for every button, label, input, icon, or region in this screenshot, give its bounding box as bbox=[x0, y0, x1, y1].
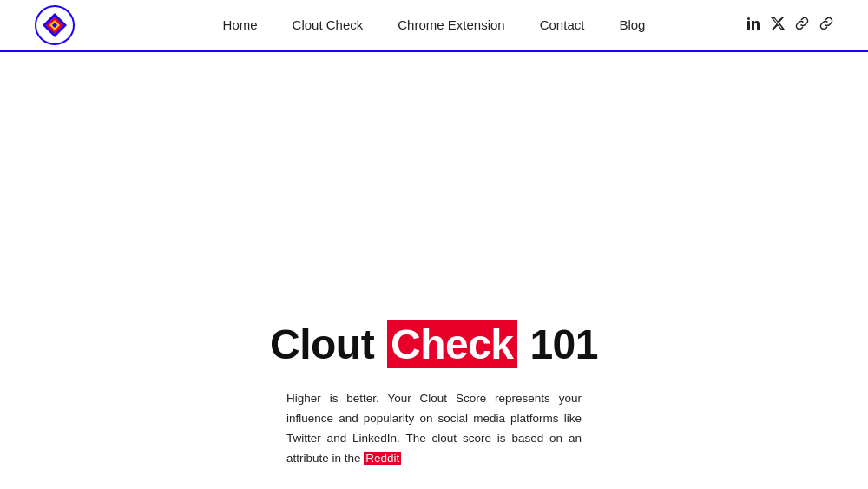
hero-title-part3: 101 bbox=[519, 320, 598, 368]
site-header: Home Clout Check Chrome Extension Contac… bbox=[0, 0, 868, 52]
hero-title-part1: Clout bbox=[270, 320, 385, 368]
nav-chrome-extension[interactable]: Chrome Extension bbox=[398, 17, 504, 32]
social-icons-group bbox=[746, 17, 833, 33]
link2-icon[interactable] bbox=[819, 17, 833, 33]
linkedin-icon[interactable] bbox=[746, 17, 760, 33]
main-content: Clout Check 101 Higher is better. Your C… bbox=[0, 52, 868, 486]
svg-point-5 bbox=[747, 17, 750, 20]
hero-title: Clout Check 101 bbox=[270, 320, 598, 368]
nav-blog[interactable]: Blog bbox=[619, 17, 645, 32]
logo-icon bbox=[42, 12, 68, 38]
main-nav: Home Clout Check Chrome Extension Contac… bbox=[223, 17, 646, 32]
svg-rect-4 bbox=[747, 21, 750, 30]
twitter-icon[interactable] bbox=[771, 17, 785, 33]
link1-icon[interactable] bbox=[795, 17, 809, 33]
nav-contact[interactable]: Contact bbox=[540, 17, 585, 32]
hero-description: Higher is better. Your Clout Score repre… bbox=[286, 389, 582, 469]
highlight-text: Reddit bbox=[364, 452, 401, 465]
logo-circle bbox=[35, 5, 75, 45]
hero-title-highlighted: Check bbox=[387, 320, 517, 368]
nav-home[interactable]: Home bbox=[223, 17, 258, 32]
nav-clout-check[interactable]: Clout Check bbox=[293, 17, 364, 32]
logo[interactable] bbox=[35, 5, 75, 45]
hero-section: Clout Check 101 Higher is better. Your C… bbox=[0, 320, 868, 469]
description-text: Higher is better. Your Clout Score repre… bbox=[286, 392, 582, 465]
